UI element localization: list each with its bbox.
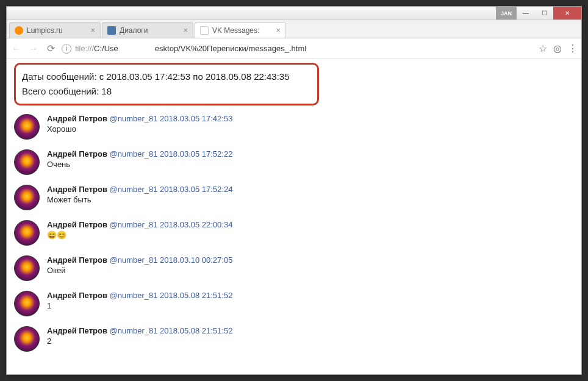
sender-name: Андрей Петров <box>47 220 107 229</box>
scroll-area[interactable]: Даты сообщений: с 2018.03.05 17:42:53 по… <box>7 59 581 374</box>
kebab-menu-icon[interactable]: ⋮ <box>568 43 578 54</box>
sender-name: Андрей Петров <box>47 326 107 335</box>
sender-handle[interactable]: @number_81 2018.03.05 17:52:22 <box>110 149 233 158</box>
sender-handle[interactable]: @number_81 2018.03.10 00:27:05 <box>110 255 233 265</box>
sender-name: Андрей Петров <box>47 185 107 194</box>
avatar <box>14 255 40 281</box>
tab-title: VK Messages: <box>212 26 272 35</box>
message-body: Андрей Петров @number_81 2018.03.05 17:4… <box>47 114 232 140</box>
message-row: Андрей Петров @number_81 2018.03.05 17:5… <box>14 149 581 175</box>
message-body: Андрей Петров @number_81 2018.05.08 21:5… <box>47 326 232 352</box>
window-titlebar: JAN — ☐ ✕ <box>7 7 581 20</box>
message-header: Андрей Петров @number_81 2018.03.05 17:5… <box>47 185 232 194</box>
message-body: Андрей Петров @number_81 2018.03.05 22:0… <box>47 220 232 246</box>
message-header: Андрей Петров @number_81 2018.03.10 00:2… <box>47 255 232 265</box>
message-text: Окей <box>47 266 232 275</box>
extension-icon[interactable]: ◎ <box>553 43 562 54</box>
summary-box: Даты сообщений: с 2018.03.05 17:42:53 по… <box>14 63 319 105</box>
tab-title: Диалоги <box>120 26 179 35</box>
avatar <box>14 291 40 316</box>
page-content: Даты сообщений: с 2018.03.05 17:42:53 по… <box>7 59 581 374</box>
message-row: Андрей Петров @number_81 2018.03.05 22:0… <box>14 220 581 246</box>
sender-handle[interactable]: @number_81 2018.05.08 21:51:52 <box>110 291 233 300</box>
message-body: Андрей Петров @number_81 2018.05.08 21:5… <box>47 291 232 316</box>
total-messages: Всего сообщений: 18 <box>22 84 311 99</box>
file-icon <box>200 26 209 35</box>
message-text: Хорошо <box>47 124 232 134</box>
site-info-icon[interactable]: i <box>62 44 71 54</box>
message-header: Андрей Петров @number_81 2018.05.08 21:5… <box>47 326 232 335</box>
sender-handle[interactable]: @number_81 2018.03.05 17:42:53 <box>110 114 233 123</box>
tab-strip: Lumpics.ru × Диалоги × VK Messages: × <box>7 20 581 38</box>
favicon-icon <box>107 26 116 35</box>
avatar <box>14 114 40 140</box>
dates-range: Даты сообщений: с 2018.03.05 17:42:53 по… <box>22 69 311 84</box>
tab-vk-messages[interactable]: VK Messages: × <box>195 22 286 38</box>
message-body: Андрей Петров @number_81 2018.03.05 17:5… <box>47 149 232 175</box>
tab-close-icon[interactable]: × <box>90 26 95 35</box>
message-header: Андрей Петров @number_81 2018.03.05 22:0… <box>47 220 232 229</box>
avatar <box>14 149 40 175</box>
message-text: Может быть <box>47 195 232 204</box>
message-body: Андрей Петров @number_81 2018.03.10 00:2… <box>47 255 232 281</box>
message-header: Андрей Петров @number_81 2018.03.05 17:5… <box>47 149 232 158</box>
address-input[interactable]: i file:///C:/Usеesktop/VK%20Переписки/me… <box>62 44 534 54</box>
sender-name: Андрей Петров <box>47 114 107 123</box>
titlebar-left <box>7 7 496 20</box>
close-button[interactable]: ✕ <box>553 7 581 20</box>
tab-title: Lumpics.ru <box>27 26 87 35</box>
minimize-button[interactable]: — <box>517 7 535 20</box>
avatar <box>14 326 40 352</box>
message-body: Андрей Петров @number_81 2018.03.05 17:5… <box>47 185 232 210</box>
message-row: Андрей Петров @number_81 2018.05.08 21:5… <box>14 291 581 316</box>
message-header: Андрей Петров @number_81 2018.03.05 17:4… <box>47 114 232 123</box>
forward-button[interactable]: → <box>27 43 40 54</box>
tab-close-icon[interactable]: × <box>183 26 188 35</box>
message-row: Андрей Петров @number_81 2018.03.10 00:2… <box>14 255 581 281</box>
url-actions: ☆ ◎ ⋮ <box>539 43 578 54</box>
tab-close-icon[interactable]: × <box>276 26 281 35</box>
message-text: 2 <box>47 336 232 346</box>
messages-list: Андрей Петров @number_81 2018.03.05 17:4… <box>12 114 581 352</box>
avatar <box>14 220 40 246</box>
bookmark-star-icon[interactable]: ☆ <box>539 43 547 54</box>
titlebar-badge-jan: JAN <box>496 7 517 20</box>
sender-handle[interactable]: @number_81 2018.03.05 22:00:34 <box>110 220 233 229</box>
message-row: Андрей Петров @number_81 2018.03.05 17:4… <box>14 114 581 140</box>
url-text: file:///C:/Usеesktop/VK%20Переписки/mess… <box>75 44 534 53</box>
tab-lumpics[interactable]: Lumpics.ru × <box>9 22 101 38</box>
tab-dialogs[interactable]: Диалоги × <box>102 22 193 38</box>
back-button[interactable]: ← <box>10 43 23 54</box>
reload-button[interactable]: ⟳ <box>45 43 57 54</box>
message-text: 1 <box>47 301 232 310</box>
maximize-button[interactable]: ☐ <box>535 7 553 20</box>
sender-name: Андрей Петров <box>47 255 107 265</box>
sender-handle[interactable]: @number_81 2018.03.05 17:52:24 <box>110 185 233 194</box>
message-row: Андрей Петров @number_81 2018.05.08 21:5… <box>14 326 581 352</box>
message-row: Андрей Петров @number_81 2018.03.05 17:5… <box>14 185 581 210</box>
message-text: Очень <box>47 160 232 169</box>
url-bar: ← → ⟳ i file:///C:/Usеesktop/VK%20Перепи… <box>7 38 581 59</box>
message-header: Андрей Петров @number_81 2018.05.08 21:5… <box>47 291 232 300</box>
message-text: 😄😊 <box>47 230 232 240</box>
sender-handle[interactable]: @number_81 2018.05.08 21:51:52 <box>110 326 233 335</box>
avatar <box>14 185 40 210</box>
sender-name: Андрей Петров <box>47 149 107 158</box>
favicon-icon <box>15 26 23 35</box>
browser-window: JAN — ☐ ✕ Lumpics.ru × Диалоги × VK Mess… <box>6 6 582 375</box>
sender-name: Андрей Петров <box>47 291 107 300</box>
